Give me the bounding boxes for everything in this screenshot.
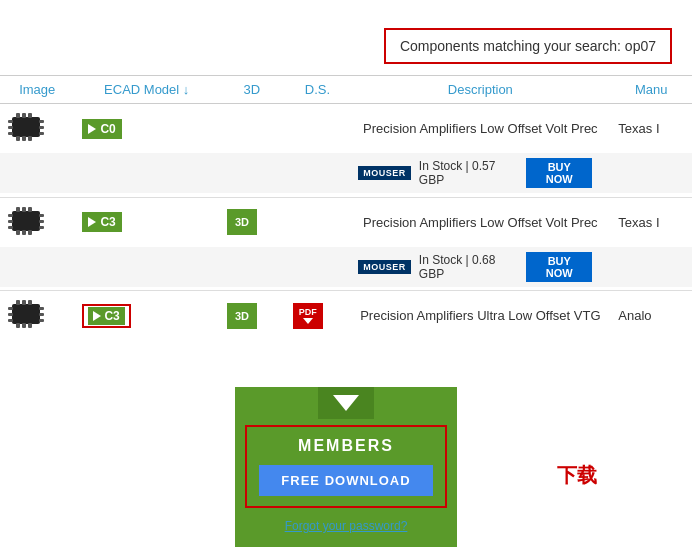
mouser-row-2: MOUSER In Stock | 0.68 GBP BUY NOW [0, 247, 692, 287]
svg-rect-24 [39, 220, 44, 223]
col-3d: 3D [219, 76, 285, 104]
svg-rect-31 [22, 323, 26, 328]
ecad-label-3: C3 [104, 309, 119, 323]
svg-rect-14 [16, 207, 20, 212]
mouser-mfr-spacer-1 [610, 153, 692, 193]
chip-image [8, 109, 44, 145]
mouser-logo-1: MOUSER [358, 166, 411, 180]
svg-rect-3 [28, 113, 32, 118]
ds-cell-2 [285, 197, 351, 247]
members-box: MEMBERS FREE DOWNLOAD [245, 425, 447, 508]
svg-rect-22 [8, 226, 13, 229]
svg-rect-25 [39, 226, 44, 229]
component-table: Image ECAD Model ↓ 3D D.S. Description M… [0, 75, 692, 340]
component-table-wrapper: Image ECAD Model ↓ 3D D.S. Description M… [0, 75, 692, 340]
3d-cell-1 [219, 104, 285, 154]
mfr-cell-1: Texas I [610, 104, 692, 154]
svg-rect-35 [8, 319, 13, 322]
mouser-stock-2: In Stock | 0.68 GBP [419, 253, 518, 281]
svg-rect-16 [28, 207, 32, 212]
svg-rect-1 [16, 113, 20, 118]
mouser-cell-1: MOUSER In Stock | 0.57 GBP BUY NOW [350, 153, 610, 193]
svg-rect-32 [28, 323, 32, 328]
svg-rect-33 [8, 307, 13, 310]
col-ds: D.S. [285, 76, 351, 104]
image-cell [0, 104, 74, 154]
svg-rect-38 [39, 319, 44, 322]
svg-rect-34 [8, 313, 13, 316]
svg-rect-2 [22, 113, 26, 118]
table-row: C3 3D PDF Precision Amplifiers Ultra Low… [0, 291, 692, 341]
col-description: Description [350, 76, 610, 104]
3d-cell-2: 3D [219, 197, 285, 247]
svg-rect-10 [39, 120, 44, 123]
buy-now-btn-1[interactable]: BUY NOW [526, 158, 592, 188]
svg-rect-19 [28, 230, 32, 235]
ecad-label-2: C3 [100, 215, 115, 229]
svg-rect-20 [8, 214, 13, 217]
mouser-stock-1: In Stock | 0.57 GBP [419, 159, 518, 187]
mouser-mfr-spacer-2 [610, 247, 692, 287]
svg-rect-11 [39, 126, 44, 129]
3d-badge-3: 3D [227, 303, 257, 329]
svg-rect-37 [39, 313, 44, 316]
image-cell-3 [0, 291, 74, 341]
svg-rect-4 [16, 136, 20, 141]
svg-rect-18 [22, 230, 26, 235]
mouser-logo-2: MOUSER [358, 260, 411, 274]
chevron-container [318, 387, 374, 419]
svg-rect-15 [22, 207, 26, 212]
play-icon [88, 124, 96, 134]
desc-text-2: Precision Amplifiers Low Offset Volt Pre… [363, 215, 598, 230]
svg-rect-13 [12, 211, 40, 231]
mfr-cell-3: Analo [610, 291, 692, 341]
table-row: C0 Precision Amplifiers Low Offset Volt … [0, 104, 692, 154]
svg-rect-9 [8, 132, 13, 135]
svg-rect-7 [8, 120, 13, 123]
svg-rect-27 [16, 300, 20, 305]
search-result-text: Components matching your search: op07 [400, 38, 656, 54]
forgot-password-link[interactable]: Forgot your password? [285, 519, 408, 533]
play-icon-2 [88, 217, 96, 227]
mouser-row-1: MOUSER In Stock | 0.57 GBP BUY NOW [0, 153, 692, 193]
ds-cell-1 [285, 104, 351, 154]
desc-text-1: Precision Amplifiers Low Offset Volt Pre… [363, 121, 598, 136]
ecad-cell-2[interactable]: C3 [74, 197, 219, 247]
ecad-label-1: C0 [100, 122, 115, 136]
chip-image-3 [8, 296, 44, 332]
ecad-cell-1[interactable]: C0 [74, 104, 219, 154]
col-manu: Manu [610, 76, 692, 104]
3d-cell-3: 3D [219, 291, 285, 341]
svg-rect-28 [22, 300, 26, 305]
svg-rect-12 [39, 132, 44, 135]
ds-cell-3: PDF [285, 291, 351, 341]
col-ecad[interactable]: ECAD Model ↓ [74, 76, 219, 104]
svg-rect-36 [39, 307, 44, 310]
image-cell-2 [0, 197, 74, 247]
desc-cell-1: Precision Amplifiers Low Offset Volt Pre… [350, 104, 610, 154]
svg-rect-0 [12, 117, 40, 137]
mfr-cell-2: Texas I [610, 197, 692, 247]
mouser-spacer-2 [0, 247, 350, 287]
svg-rect-17 [16, 230, 20, 235]
svg-rect-6 [28, 136, 32, 141]
chevron-down-icon [333, 395, 359, 411]
mouser-cell-2: MOUSER In Stock | 0.68 GBP BUY NOW [350, 247, 610, 287]
pdf-arrow [303, 318, 313, 324]
svg-rect-30 [16, 323, 20, 328]
svg-rect-21 [8, 220, 13, 223]
chip-image-2 [8, 203, 44, 239]
buy-now-btn-2[interactable]: BUY NOW [526, 252, 592, 282]
3d-badge-2: 3D [227, 209, 257, 235]
desc-cell-2: Precision Amplifiers Low Offset Volt Pre… [350, 197, 610, 247]
desc-text-3: Precision Amplifiers Ultra Low Offset VT… [360, 308, 600, 323]
members-title: MEMBERS [259, 437, 433, 455]
ecad-cell-3[interactable]: C3 [74, 291, 219, 341]
table-row: C3 3D Precision Amplifiers Low Offset Vo… [0, 197, 692, 247]
free-download-btn[interactable]: FREE DOWNLOAD [259, 465, 433, 496]
mouser-spacer-1 [0, 153, 350, 193]
desc-cell-3: Precision Amplifiers Ultra Low Offset VT… [350, 291, 610, 341]
svg-rect-26 [12, 304, 40, 324]
download-label: 下载 [557, 462, 597, 489]
svg-rect-8 [8, 126, 13, 129]
